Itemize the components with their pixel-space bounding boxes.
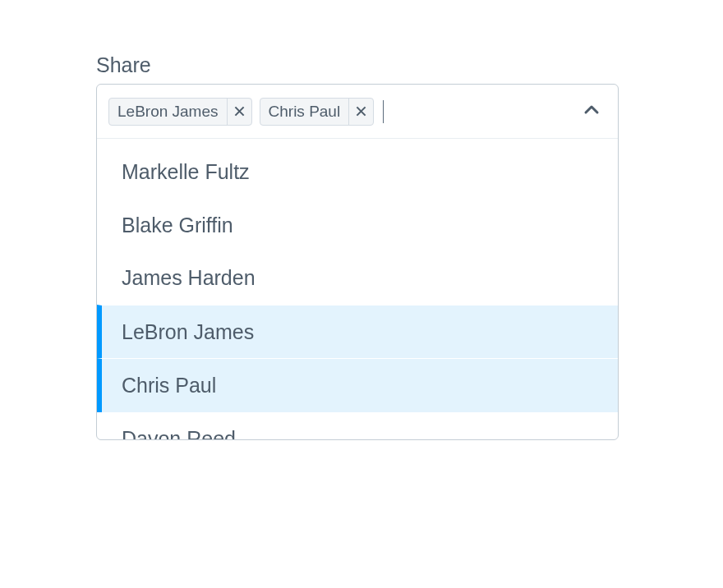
option-james-harden[interactable]: James Harden (97, 251, 618, 305)
field-label: Share (96, 53, 619, 77)
close-icon (356, 106, 366, 117)
option-markelle-fultz[interactable]: Markelle Fultz (97, 145, 618, 199)
tag-lebron-james: LeBron James (108, 98, 252, 126)
remove-tag-button[interactable] (348, 99, 373, 125)
combobox: LeBron James Chris Paul (96, 84, 619, 440)
option-davon-reed[interactable]: Davon Reed (97, 412, 618, 440)
option-chris-paul[interactable]: Chris Paul (97, 358, 618, 412)
share-multiselect: Share LeBron James Chris Paul (96, 53, 619, 440)
tag-label: Chris Paul (260, 99, 349, 125)
tag-chris-paul: Chris Paul (260, 98, 375, 126)
remove-tag-button[interactable] (227, 99, 251, 125)
option-lebron-james[interactable]: LeBron James (97, 305, 618, 359)
chevron-up-icon (582, 100, 601, 120)
selected-tags: LeBron James Chris Paul (108, 98, 569, 126)
combobox-input-row[interactable]: LeBron James Chris Paul (97, 85, 618, 139)
dropdown-toggle-button[interactable] (577, 95, 606, 127)
option-blake-griffin[interactable]: Blake Griffin (97, 199, 618, 252)
options-list[interactable]: Markelle Fultz Blake Griffin James Harde… (97, 139, 618, 439)
tag-label: LeBron James (109, 99, 227, 125)
text-cursor (383, 100, 384, 123)
close-icon (234, 106, 245, 117)
